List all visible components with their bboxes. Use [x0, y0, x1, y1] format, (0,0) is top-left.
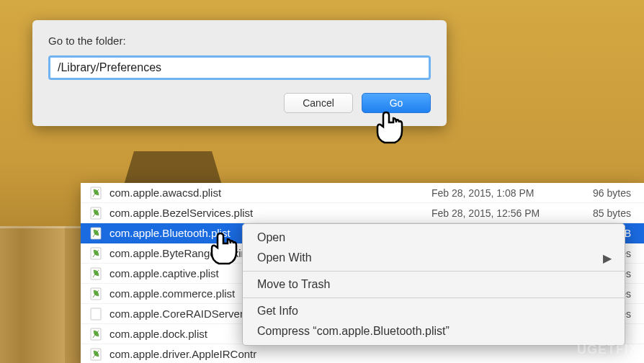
menu-open-with-label: Open With [257, 251, 312, 264]
submenu-arrow-icon: ▶ [603, 251, 612, 265]
menu-separator [243, 271, 625, 272]
file-type-icon [89, 348, 102, 361]
file-name: com.apple.awacsd.plist [109, 187, 431, 199]
folder-path-input[interactable] [48, 55, 431, 80]
cursor-hand-icon [373, 108, 405, 147]
file-type-icon [89, 328, 102, 341]
file-name: com.apple.BezelServices.plist [109, 207, 431, 219]
cursor-hand-icon [207, 229, 239, 268]
file-size: 85 bytes [576, 207, 644, 219]
watermark: UGETFIX [577, 342, 638, 357]
file-row[interactable]: com.apple.driver.AppleIRContr [81, 344, 644, 363]
file-name: com.apple.driver.AppleIRContr [109, 348, 431, 360]
file-type-icon [89, 247, 102, 260]
file-type-icon [89, 187, 102, 200]
dialog-label: Go to the folder: [48, 35, 431, 47]
context-menu: Open Open With ▶ Move to Trash Get Info … [242, 223, 625, 346]
file-date: Feb 28, 2015, 12:56 PM [431, 207, 576, 219]
menu-open-with[interactable]: Open With ▶ [243, 248, 625, 268]
menu-open[interactable]: Open [243, 228, 625, 248]
file-type-icon [89, 308, 102, 321]
menu-compress[interactable]: Compress “com.apple.Bluetooth.plist” [243, 321, 625, 341]
menu-separator [243, 297, 625, 298]
file-type-icon [89, 287, 102, 300]
file-type-icon [89, 227, 102, 240]
file-date: Feb 28, 2015, 1:08 PM [431, 187, 576, 199]
file-type-icon [89, 267, 102, 280]
cancel-button[interactable]: Cancel [284, 93, 353, 113]
menu-move-to-trash[interactable]: Move to Trash [243, 274, 625, 295]
file-size: 96 bytes [576, 187, 644, 199]
file-row[interactable]: com.apple.awacsd.plistFeb 28, 2015, 1:08… [81, 183, 644, 203]
file-row[interactable]: com.apple.BezelServices.plistFeb 28, 201… [81, 203, 644, 223]
menu-get-info[interactable]: Get Info [243, 301, 625, 321]
file-type-icon [89, 207, 102, 220]
